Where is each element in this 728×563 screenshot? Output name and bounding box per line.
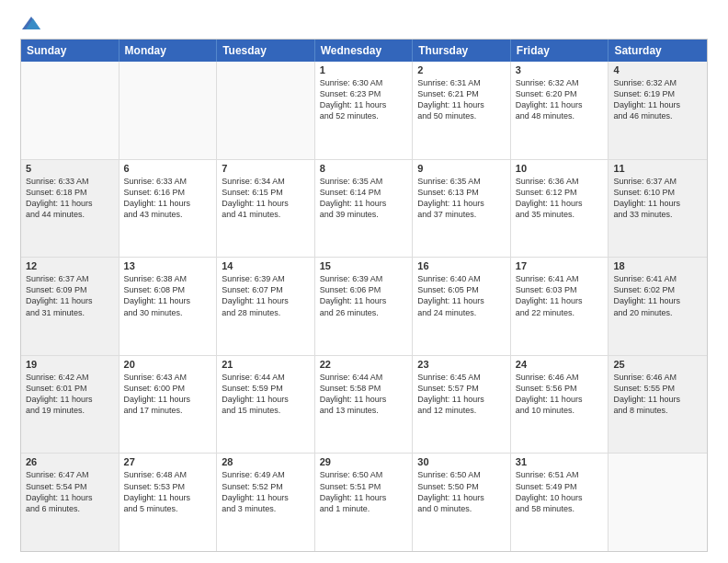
day-info: Sunrise: 6:39 AM Sunset: 6:07 PM Dayligh… (222, 273, 310, 318)
calendar-cell: 2Sunrise: 6:31 AM Sunset: 6:21 PM Daylig… (413, 62, 511, 159)
calendar-cell: 23Sunrise: 6:45 AM Sunset: 5:57 PM Dayli… (413, 356, 511, 454)
calendar-cell: 28Sunrise: 6:49 AM Sunset: 5:52 PM Dayli… (217, 454, 315, 551)
calendar-cell: 15Sunrise: 6:39 AM Sunset: 6:06 PM Dayli… (315, 258, 414, 355)
calendar-cell: 11Sunrise: 6:37 AM Sunset: 6:10 PM Dayli… (609, 160, 707, 258)
day-number: 22 (320, 359, 408, 370)
calendar-cell: 13Sunrise: 6:38 AM Sunset: 6:08 PM Dayli… (119, 258, 218, 355)
calendar-cell (119, 62, 218, 159)
calendar-cell: 19Sunrise: 6:42 AM Sunset: 6:01 PM Dayli… (21, 356, 119, 454)
day-number: 8 (320, 163, 408, 174)
day-info: Sunrise: 6:39 AM Sunset: 6:06 PM Dayligh… (320, 273, 408, 318)
calendar-cell: 16Sunrise: 6:40 AM Sunset: 6:05 PM Dayli… (413, 258, 511, 355)
calendar-cell: 24Sunrise: 6:46 AM Sunset: 5:56 PM Dayli… (511, 356, 609, 454)
calendar-cell: 5Sunrise: 6:33 AM Sunset: 6:18 PM Daylig… (21, 160, 119, 258)
calendar-row: 1Sunrise: 6:30 AM Sunset: 6:23 PM Daylig… (21, 62, 707, 160)
day-number: 13 (124, 260, 212, 271)
calendar-cell: 26Sunrise: 6:47 AM Sunset: 5:54 PM Dayli… (21, 454, 119, 551)
calendar-cell: 1Sunrise: 6:30 AM Sunset: 6:23 PM Daylig… (315, 62, 414, 159)
day-number: 14 (222, 260, 310, 271)
day-info: Sunrise: 6:44 AM Sunset: 5:58 PM Dayligh… (320, 372, 408, 417)
calendar-cell: 12Sunrise: 6:37 AM Sunset: 6:09 PM Dayli… (21, 258, 119, 355)
day-info: Sunrise: 6:41 AM Sunset: 6:02 PM Dayligh… (613, 273, 702, 318)
day-info: Sunrise: 6:36 AM Sunset: 6:12 PM Dayligh… (516, 176, 604, 221)
weekday-header: Tuesday (217, 40, 315, 62)
day-number: 18 (613, 260, 702, 271)
day-info: Sunrise: 6:32 AM Sunset: 6:20 PM Dayligh… (516, 77, 604, 122)
calendar: SundayMondayTuesdayWednesdayThursdayFrid… (20, 39, 708, 552)
day-number: 26 (26, 456, 114, 467)
day-info: Sunrise: 6:44 AM Sunset: 5:59 PM Dayligh… (222, 372, 310, 417)
calendar-cell: 18Sunrise: 6:41 AM Sunset: 6:02 PM Dayli… (609, 258, 707, 355)
calendar-cell: 14Sunrise: 6:39 AM Sunset: 6:07 PM Dayli… (217, 258, 315, 355)
day-info: Sunrise: 6:34 AM Sunset: 6:15 PM Dayligh… (222, 176, 310, 221)
day-info: Sunrise: 6:51 AM Sunset: 5:49 PM Dayligh… (516, 469, 604, 514)
day-info: Sunrise: 6:33 AM Sunset: 6:16 PM Dayligh… (124, 176, 212, 221)
day-number: 31 (516, 456, 604, 467)
calendar-cell: 3Sunrise: 6:32 AM Sunset: 6:20 PM Daylig… (511, 62, 609, 159)
day-number: 12 (26, 260, 114, 271)
day-info: Sunrise: 6:30 AM Sunset: 6:23 PM Dayligh… (320, 77, 408, 122)
day-info: Sunrise: 6:43 AM Sunset: 6:00 PM Dayligh… (124, 372, 212, 417)
day-number: 6 (124, 163, 212, 174)
day-number: 3 (516, 64, 604, 75)
calendar-cell: 20Sunrise: 6:43 AM Sunset: 6:00 PM Dayli… (119, 356, 218, 454)
day-info: Sunrise: 6:50 AM Sunset: 5:50 PM Dayligh… (417, 469, 506, 514)
calendar-row: 12Sunrise: 6:37 AM Sunset: 6:09 PM Dayli… (21, 258, 707, 356)
calendar-cell: 4Sunrise: 6:32 AM Sunset: 6:19 PM Daylig… (609, 62, 707, 159)
day-info: Sunrise: 6:50 AM Sunset: 5:51 PM Dayligh… (320, 469, 408, 514)
day-number: 7 (222, 163, 310, 174)
day-number: 19 (26, 359, 114, 370)
day-info: Sunrise: 6:37 AM Sunset: 6:09 PM Dayligh… (26, 273, 114, 318)
calendar-cell: 9Sunrise: 6:35 AM Sunset: 6:13 PM Daylig… (413, 160, 511, 258)
weekday-header: Wednesday (315, 40, 414, 62)
day-number: 4 (613, 64, 702, 75)
header (20, 17, 708, 29)
day-number: 2 (417, 64, 506, 75)
day-number: 29 (320, 456, 408, 467)
calendar-cell: 25Sunrise: 6:46 AM Sunset: 5:55 PM Dayli… (609, 356, 707, 454)
day-number: 1 (320, 64, 408, 75)
calendar-row: 26Sunrise: 6:47 AM Sunset: 5:54 PM Dayli… (21, 454, 707, 551)
day-info: Sunrise: 6:31 AM Sunset: 6:21 PM Dayligh… (417, 77, 506, 122)
calendar-cell: 6Sunrise: 6:33 AM Sunset: 6:16 PM Daylig… (119, 160, 218, 258)
day-info: Sunrise: 6:41 AM Sunset: 6:03 PM Dayligh… (516, 273, 604, 318)
calendar-cell: 7Sunrise: 6:34 AM Sunset: 6:15 PM Daylig… (217, 160, 315, 258)
day-info: Sunrise: 6:40 AM Sunset: 6:05 PM Dayligh… (417, 273, 506, 318)
logo (20, 17, 40, 29)
day-number: 21 (222, 359, 310, 370)
calendar-cell (21, 62, 119, 159)
day-info: Sunrise: 6:32 AM Sunset: 6:19 PM Dayligh… (613, 77, 702, 122)
calendar-cell: 17Sunrise: 6:41 AM Sunset: 6:03 PM Dayli… (511, 258, 609, 355)
day-info: Sunrise: 6:42 AM Sunset: 6:01 PM Dayligh… (26, 372, 114, 417)
day-number: 15 (320, 260, 408, 271)
day-number: 10 (516, 163, 604, 174)
calendar-row: 19Sunrise: 6:42 AM Sunset: 6:01 PM Dayli… (21, 356, 707, 454)
calendar-row: 5Sunrise: 6:33 AM Sunset: 6:18 PM Daylig… (21, 160, 707, 259)
day-info: Sunrise: 6:33 AM Sunset: 6:18 PM Dayligh… (26, 176, 114, 221)
day-number: 28 (222, 456, 310, 467)
calendar-cell: 21Sunrise: 6:44 AM Sunset: 5:59 PM Dayli… (217, 356, 315, 454)
day-number: 11 (613, 163, 702, 174)
calendar-cell: 31Sunrise: 6:51 AM Sunset: 5:49 PM Dayli… (511, 454, 609, 551)
day-number: 5 (26, 163, 114, 174)
day-info: Sunrise: 6:37 AM Sunset: 6:10 PM Dayligh… (613, 176, 702, 221)
calendar-cell: 8Sunrise: 6:35 AM Sunset: 6:14 PM Daylig… (315, 160, 414, 258)
day-number: 16 (417, 260, 506, 271)
day-info: Sunrise: 6:46 AM Sunset: 5:55 PM Dayligh… (613, 372, 702, 417)
day-info: Sunrise: 6:35 AM Sunset: 6:13 PM Dayligh… (417, 176, 506, 221)
day-info: Sunrise: 6:45 AM Sunset: 5:57 PM Dayligh… (417, 372, 506, 417)
day-info: Sunrise: 6:48 AM Sunset: 5:53 PM Dayligh… (124, 469, 212, 514)
day-number: 23 (417, 359, 506, 370)
calendar-cell: 10Sunrise: 6:36 AM Sunset: 6:12 PM Dayli… (511, 160, 609, 258)
day-number: 24 (516, 359, 604, 370)
day-number: 27 (124, 456, 212, 467)
calendar-cell: 29Sunrise: 6:50 AM Sunset: 5:51 PM Dayli… (315, 454, 414, 551)
calendar-cell (609, 454, 707, 551)
day-info: Sunrise: 6:35 AM Sunset: 6:14 PM Dayligh… (320, 176, 408, 221)
calendar-body: 1Sunrise: 6:30 AM Sunset: 6:23 PM Daylig… (21, 62, 707, 551)
day-info: Sunrise: 6:38 AM Sunset: 6:08 PM Dayligh… (124, 273, 212, 318)
weekday-header: Thursday (413, 40, 511, 62)
page: SundayMondayTuesdayWednesdayThursdayFrid… (0, 0, 728, 563)
calendar-cell: 22Sunrise: 6:44 AM Sunset: 5:58 PM Dayli… (315, 356, 414, 454)
calendar-cell: 30Sunrise: 6:50 AM Sunset: 5:50 PM Dayli… (413, 454, 511, 551)
